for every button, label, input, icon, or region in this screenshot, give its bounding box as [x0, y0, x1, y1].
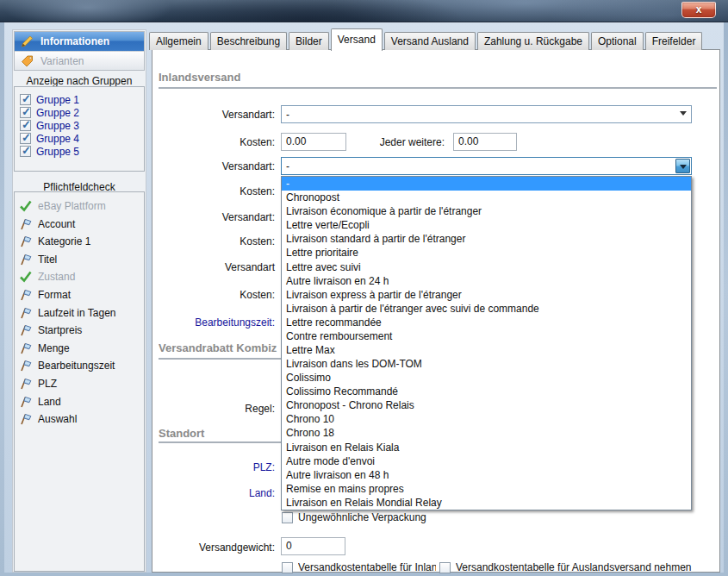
sidebar: Informationen Varianten Anzeige nach Gru… [12, 29, 146, 573]
group-label: Gruppe 4 [36, 133, 79, 145]
group-label: Gruppe 1 [36, 94, 79, 106]
groups-list: Gruppe 1Gruppe 2Gruppe 3Gruppe 4Gruppe 5 [14, 86, 145, 172]
dropdown-option[interactable]: Livraison économique à partir de l'étran… [282, 204, 691, 218]
mandatory-item-zustand: Zustand [19, 269, 75, 285]
dropdown-option[interactable]: Lettre verte/Ecopli [282, 218, 691, 232]
mandatory-item-format: Format [19, 287, 71, 303]
versand-panel: Inlandsversand Versandart: - Kosten: 0.0… [152, 49, 720, 573]
mandatory-item-label: Laufzeit in Tagen [38, 307, 116, 319]
dropdown-option[interactable]: Lettre avec suivi [282, 260, 691, 273]
versandart-select[interactable]: - [281, 105, 692, 123]
flag-icon [19, 359, 33, 373]
group-label: Gruppe 2 [36, 107, 79, 119]
close-button[interactable]: x [681, 2, 716, 18]
mandatory-item-label: Titel [38, 254, 57, 266]
tabelle-inland-checkbox[interactable]: Versandkostentabelle für Inlandsver [282, 561, 439, 573]
tab-versand[interactable]: Versand [331, 28, 383, 51]
dropdown-option[interactable]: Lettre recommandée [282, 316, 691, 329]
tab-freifelder[interactable]: Freifelder [645, 32, 703, 50]
versandgewicht-input[interactable]: 0 [281, 537, 345, 555]
mandatory-item-label: Format [38, 289, 71, 301]
checkbox-icon[interactable] [282, 562, 293, 573]
tab-zahlung-u-r-ckgabe[interactable]: Zahlung u. Rückgabe [477, 32, 589, 50]
tab-allgemein[interactable]: Allgemein [149, 32, 208, 50]
group-checkbox-item[interactable]: Gruppe 4 [20, 132, 79, 145]
checkbox-label: Ungewöhnliche Verpackung [298, 511, 426, 523]
field-label-plz-: PLZ: [152, 461, 275, 473]
sidebar-nav: Informationen Varianten [14, 31, 145, 71]
checkbox-icon[interactable] [439, 562, 451, 573]
dropdown-option[interactable]: Chrono 10 [282, 412, 691, 426]
dropdown-option[interactable]: Chrono 18 [282, 426, 691, 440]
mandatory-item-label: Account [38, 218, 75, 230]
group-checkbox-item[interactable]: Gruppe 3 [20, 119, 79, 132]
sidebar-item-varianten[interactable]: Varianten [15, 51, 144, 70]
section-divider [159, 358, 281, 360]
tag-icon [20, 54, 34, 68]
group-checkbox-item[interactable]: Gruppe 2 [20, 106, 79, 119]
tab-versand-ausland[interactable]: Versand Ausland [384, 32, 476, 50]
group-checkbox-item[interactable]: Gruppe 1 [20, 93, 79, 106]
dropdown-option[interactable]: Livraison dans les DOM-TOM [282, 357, 691, 371]
dropdown-option[interactable]: Chronopost [282, 191, 691, 204]
dropdown-option[interactable]: Autre livraison en 48 h [282, 468, 691, 482]
dropdown-option[interactable]: Lettre prioritaire [282, 246, 691, 260]
tab-bar: AllgemeinBeschreibungBilderVersandVersan… [149, 28, 704, 50]
mandatory-item-label: Zustand [38, 271, 75, 283]
dropdown-option[interactable]: Chronopost - Chrono Relais [282, 398, 691, 412]
jeder-weitere-input[interactable]: 0.00 [453, 133, 517, 151]
field-label-land-: Land: [152, 487, 275, 499]
dropdown-option[interactable]: Livraison en Relais Kiala [282, 440, 691, 454]
dropdown-option[interactable]: - [282, 177, 691, 191]
dropdown-option[interactable]: Colissimo [282, 371, 691, 385]
field-label-versandart-: Versandart: [152, 211, 275, 223]
checkbox-icon[interactable] [20, 94, 31, 105]
mandatory-item-kategorie-1: Kategorie 1 [19, 234, 90, 249]
group-label: Gruppe 3 [36, 120, 79, 132]
kosten-label: Kosten: [152, 136, 275, 148]
versandart2-value: - [286, 160, 289, 172]
versandart2-select[interactable]: - [281, 157, 692, 175]
field-label-kosten-: Kosten: [152, 289, 275, 301]
checkbox-icon[interactable] [20, 133, 31, 144]
checkbox-icon[interactable] [282, 512, 293, 523]
dropdown-option[interactable]: Contre remboursement [282, 329, 691, 343]
dropdown-option[interactable]: Livraison à partir de l'étranger avec su… [282, 302, 691, 316]
checkbox-icon[interactable] [20, 107, 31, 118]
tab-bilder[interactable]: Bilder [289, 32, 329, 50]
mandatory-item-label: Kategorie 1 [38, 235, 90, 247]
dropdown-option[interactable]: Livraison en Relais Mondial Relay [282, 496, 691, 510]
field-label-versandart: Versandart [152, 261, 275, 273]
tab-optional[interactable]: Optional [591, 32, 644, 50]
mandatory-item-ebay-plattform: eBay Plattform [19, 198, 106, 214]
checkbox-icon[interactable] [20, 146, 31, 157]
dropdown-option[interactable]: Lettre Max [282, 343, 691, 357]
dropdown-option[interactable]: Remise en mains propres [282, 482, 691, 496]
group-checkbox-item[interactable]: Gruppe 5 [20, 145, 79, 158]
mandatory-item-account: Account [19, 216, 75, 232]
mandatory-item-plz: PLZ [19, 376, 57, 391]
dropdown-option[interactable]: Colissimo Recommandé [282, 385, 691, 398]
flag-icon [19, 217, 33, 231]
dropdown-option[interactable]: Autre mode d'envoi [282, 454, 691, 468]
chevron-down-icon[interactable] [675, 159, 690, 173]
mandatory-item-titel: Titel [19, 252, 57, 267]
dropdown-option[interactable]: Autre livraison en 24 h [282, 274, 691, 288]
mandatory-item-startpreis: Startpreis [19, 322, 82, 338]
section-divider [159, 441, 281, 443]
versandart2-label: Versandart: [152, 160, 275, 172]
flag-icon [19, 323, 33, 337]
checkbox-icon[interactable] [20, 120, 31, 131]
flag-icon [19, 306, 33, 320]
dropdown-option[interactable]: Livraison express à partir de l'étranger [282, 288, 691, 302]
checkbox-label: Versandkostentabelle für Auslandsversand… [456, 561, 692, 573]
mandatory-item-label: PLZ [38, 378, 57, 390]
dropdown-option[interactable]: Livraison standard à partir de l'étrange… [282, 232, 691, 246]
flag-icon [19, 253, 33, 266]
tabelle-ausland-checkbox[interactable]: Versandkostentabelle für Auslandsversand… [439, 561, 692, 573]
ungewoehnliche-verpackung-checkbox[interactable]: Ungewöhnliche Verpackung [282, 511, 426, 523]
versandart-dropdown-list: -ChronopostLivraison économique à partir… [281, 176, 692, 510]
sidebar-item-informationen[interactable]: Informationen [15, 32, 144, 51]
tab-beschreibung[interactable]: Beschreibung [210, 32, 287, 50]
mandatory-item-label: Auswahl [38, 413, 77, 425]
